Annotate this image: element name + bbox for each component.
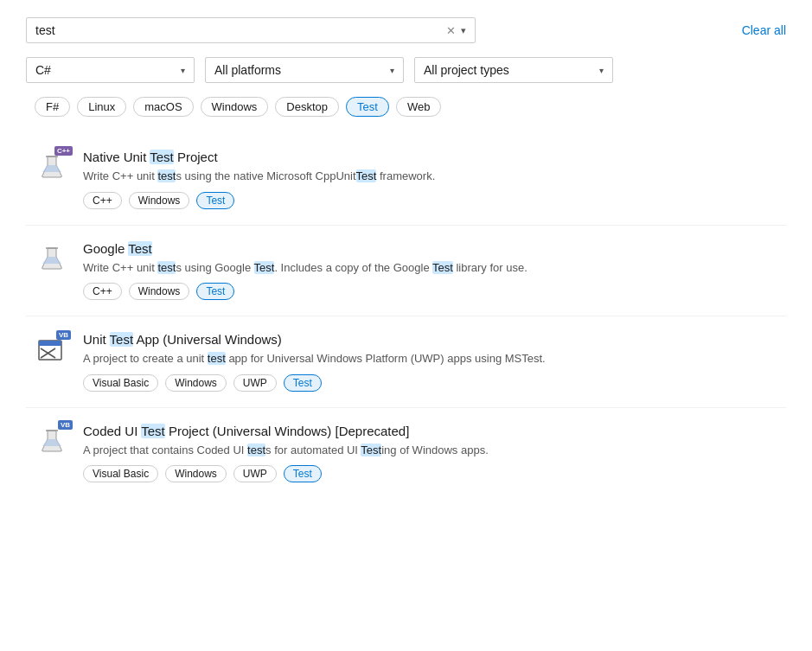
flask-cpp-icon: C++ <box>35 150 69 184</box>
result-tag-windows[interactable]: Windows <box>129 192 190 209</box>
result-desc-google-test: Write C++ unit tests using Google Test. … <box>83 259 777 277</box>
tag-chip-f#[interactable]: F# <box>35 97 70 117</box>
language-filter[interactable]: C# ▾ <box>26 57 195 83</box>
filter-row: C# ▾ All platforms ▾ All project types ▾ <box>26 57 786 83</box>
language-filter-label: C# <box>35 63 51 77</box>
tag-chip-test[interactable]: Test <box>346 97 389 117</box>
result-desc-unit-test-app-uwp: A project to create a unit test app for … <box>83 350 777 367</box>
result-title-google-test: Google Test <box>83 241 777 256</box>
search-row: ✕ ▾ Clear all <box>26 17 786 43</box>
result-title-coded-ui-test-uwp: Coded UI Test Project (Universal Windows… <box>83 424 777 438</box>
result-tag-windows[interactable]: Windows <box>129 283 190 300</box>
search-dropdown-icon[interactable]: ▾ <box>461 25 466 36</box>
result-tag-windows[interactable]: Windows <box>165 374 227 392</box>
result-tag-c++[interactable]: C++ <box>83 283 122 300</box>
tag-chip-desktop[interactable]: Desktop <box>275 97 339 117</box>
result-item-coded-ui-test-uwp[interactable]: VB Coded UI Test Project (Universal Wind… <box>26 408 786 499</box>
platform-filter-label: All platforms <box>214 63 281 77</box>
tag-filter-row: F#LinuxmacOSWindowsDesktopTestWeb <box>26 97 786 117</box>
result-tags-native-unit-test: C++WindowsTest <box>83 192 777 209</box>
result-tag-test[interactable]: Test <box>284 465 322 482</box>
result-content-coded-ui-test-uwp: Coded UI Test Project (Universal Windows… <box>83 424 777 483</box>
project-type-filter[interactable]: All project types ▾ <box>414 57 613 83</box>
result-title-native-unit-test: Native Unit Test Project <box>83 150 777 164</box>
result-desc-native-unit-test: Write C++ unit tests using the native Mi… <box>83 168 777 185</box>
result-tag-c++[interactable]: C++ <box>83 192 122 209</box>
tag-chip-macos[interactable]: macOS <box>133 97 193 117</box>
result-content-unit-test-app-uwp: Unit Test App (Universal Windows)A proje… <box>83 332 777 392</box>
result-title-unit-test-app-uwp: Unit Test App (Universal Windows) <box>83 332 777 347</box>
result-item-native-unit-test[interactable]: C++ Native Unit Test ProjectWrite C++ un… <box>26 134 786 226</box>
result-content-native-unit-test: Native Unit Test ProjectWrite C++ unit t… <box>83 150 777 209</box>
flask-vb-icon: VB <box>35 424 69 458</box>
result-desc-coded-ui-test-uwp: A project that contains Coded UI tests f… <box>83 442 777 459</box>
platform-filter[interactable]: All platforms ▾ <box>205 57 404 83</box>
result-content-google-test: Google TestWrite C++ unit tests using Go… <box>83 241 777 301</box>
tag-chip-web[interactable]: Web <box>396 97 442 117</box>
search-box-container: ✕ ▾ <box>26 17 476 43</box>
result-tag-test[interactable]: Test <box>284 374 322 392</box>
search-controls: ✕ ▾ <box>446 24 466 37</box>
result-tags-coded-ui-test-uwp: Visual BasicWindowsUWPTest <box>83 465 777 482</box>
language-filter-arrow-icon: ▾ <box>181 66 185 75</box>
result-tag-uwp[interactable]: UWP <box>233 374 277 392</box>
platform-filter-arrow-icon: ▾ <box>390 66 394 75</box>
result-tag-visual-basic[interactable]: Visual Basic <box>83 465 158 482</box>
clear-search-icon[interactable]: ✕ <box>446 24 456 37</box>
result-tag-visual-basic[interactable]: Visual Basic <box>83 374 158 392</box>
result-tag-windows[interactable]: Windows <box>165 465 227 482</box>
clear-all-button[interactable]: Clear all <box>742 23 786 37</box>
result-tag-test[interactable]: Test <box>196 283 234 300</box>
project-type-filter-arrow-icon: ▾ <box>599 66 604 75</box>
search-input[interactable] <box>35 23 446 37</box>
tag-chip-windows[interactable]: Windows <box>201 97 269 117</box>
results-list: C++ Native Unit Test ProjectWrite C++ un… <box>26 134 786 498</box>
tag-chip-linux[interactable]: Linux <box>77 97 126 117</box>
svg-rect-4 <box>39 341 61 346</box>
window-vb-icon: VB <box>35 332 69 367</box>
result-tag-uwp[interactable]: UWP <box>233 465 277 482</box>
result-item-google-test[interactable]: Google TestWrite C++ unit tests using Go… <box>26 226 786 317</box>
result-item-unit-test-app-uwp[interactable]: VB Unit Test App (Universal Windows)A pr… <box>26 316 786 408</box>
project-type-filter-label: All project types <box>424 63 509 77</box>
result-tag-test[interactable]: Test <box>196 192 234 209</box>
result-tags-google-test: C++WindowsTest <box>83 283 777 300</box>
result-tags-unit-test-app-uwp: Visual BasicWindowsUWPTest <box>83 374 777 392</box>
flask-plain-icon <box>35 241 69 276</box>
